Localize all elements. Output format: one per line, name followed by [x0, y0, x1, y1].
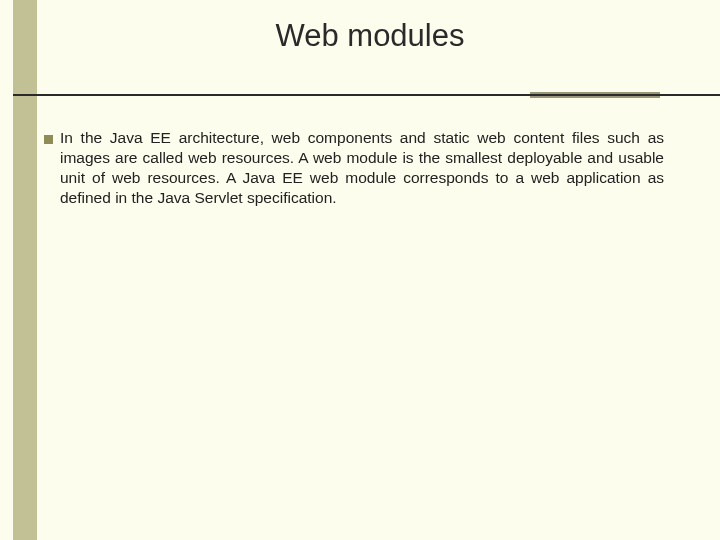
underline-main	[13, 94, 720, 96]
slide-title: Web modules	[60, 18, 680, 54]
body-text: In the Java EE architecture, web compone…	[60, 128, 664, 209]
title-underline	[13, 92, 720, 98]
slide: Web modules In the Java EE architecture,…	[0, 0, 720, 540]
left-sidebar-decoration	[13, 0, 37, 540]
bullet-icon	[44, 135, 53, 144]
